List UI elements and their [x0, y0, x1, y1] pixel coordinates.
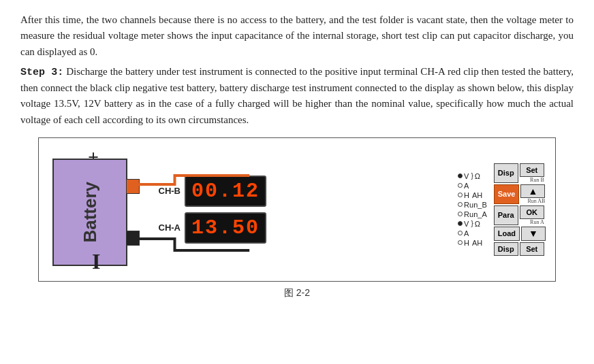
instrument-section: CH-B 00.12 CH-A 13.50: [155, 163, 546, 256]
buttons-col: Disp Set Run B Save ▲ Run AB: [494, 163, 546, 256]
indicators-col: V } Ω A H AH Run_B: [458, 172, 487, 247]
run-b-label: Run B: [530, 177, 544, 183]
ind-runb: Run_B: [458, 201, 487, 209]
set-button-top[interactable]: Set: [520, 163, 544, 177]
run-ab-label: Run AB: [527, 198, 545, 204]
ch-b-row: CH-B 00.12: [155, 176, 452, 207]
battery-label: Battery: [80, 182, 101, 243]
dot-runb: [458, 202, 463, 207]
ind-h-top: H AH: [458, 191, 487, 199]
dot-runa: [458, 212, 463, 216]
ok-button[interactable]: OK: [520, 205, 544, 219]
dot-v-top: [458, 173, 463, 178]
ch-b-label: CH-B: [155, 186, 181, 196]
step3-label: Step 3:: [20, 67, 63, 78]
dot-h-bottom: [458, 240, 463, 245]
ch-b-value: 00.12: [191, 180, 260, 203]
ind-v-top: V } Ω: [458, 172, 487, 180]
set-button-bottom[interactable]: Set: [520, 242, 544, 256]
figure-area: + Battery I CH-B: [20, 137, 574, 299]
step3-text: Discharge the battery under test instrum…: [20, 66, 574, 125]
ind-a-top: A: [458, 182, 487, 190]
disp-button-top[interactable]: Disp: [494, 163, 518, 183]
btn-row-1: Disp Set Run B: [494, 163, 546, 183]
ch-a-display: 13.50: [185, 212, 266, 244]
paragraph2: Step 3: Discharge the battery under test…: [20, 64, 574, 128]
ind-runa: Run_A: [458, 210, 487, 218]
battery-section: + Battery I: [46, 145, 148, 274]
ind-h-bottom: H AH: [458, 239, 487, 247]
ind-v-bottom: V } Ω: [458, 220, 487, 228]
btn-row-2: Save ▲ Run AB: [494, 184, 546, 204]
figure-caption: 图 2-2: [284, 287, 310, 299]
up-arrow-button[interactable]: ▲: [520, 184, 545, 198]
battery-rect: Battery: [52, 159, 127, 266]
down-arrow-button[interactable]: ▼: [521, 227, 546, 240]
btn-row-4: Load ▼: [494, 227, 546, 240]
dot-v-bottom: [458, 221, 463, 226]
btn-row-5: Disp Set: [494, 242, 546, 256]
battery-terminal-negative: [126, 231, 140, 246]
ind-a-bottom: A: [458, 229, 487, 237]
btn-row-3: Para OK Run A: [494, 205, 546, 225]
ch-a-value: 13.50: [191, 216, 260, 239]
paragraph1: After this time, the two channels becaus…: [20, 12, 574, 60]
save-button[interactable]: Save: [494, 184, 520, 204]
battery-terminal-positive: [126, 179, 140, 194]
page-content: After this time, the two channels becaus…: [20, 12, 574, 299]
para-button[interactable]: Para: [494, 205, 518, 225]
load-button[interactable]: Load: [494, 227, 520, 240]
ch-a-row: CH-A 13.50: [155, 212, 452, 244]
dot-h-top: [458, 193, 463, 197]
ch-b-display: 00.12: [185, 176, 266, 207]
dot-a-bottom: [458, 231, 463, 235]
ch-a-label: CH-A: [155, 222, 181, 233]
channels-col: CH-B 00.12 CH-A 13.50: [155, 176, 452, 244]
minus-sign: I: [92, 249, 100, 274]
dot-a-top: [458, 183, 463, 188]
run-a-label: Run A: [530, 219, 544, 225]
disp-button-bottom[interactable]: Disp: [494, 242, 518, 256]
diagram-container: + Battery I CH-B: [38, 137, 556, 282]
